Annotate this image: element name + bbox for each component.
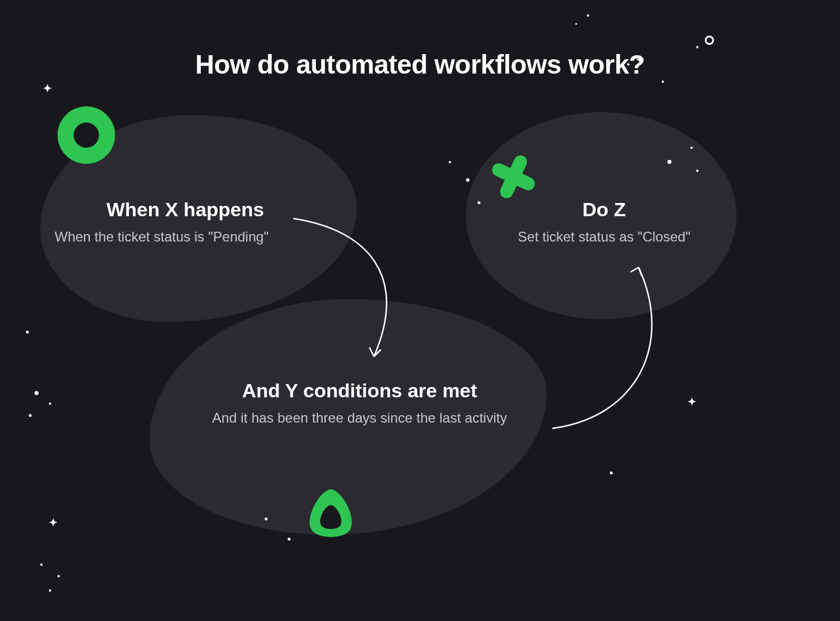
decorative-dot (575, 23, 577, 25)
diagram-title: How do automated workflows work? (0, 49, 840, 80)
decorative-sparkle: ✦ (43, 83, 52, 94)
decorative-sparkle: ✦ (636, 55, 644, 65)
condition-subtitle: And it has been three days since the las… (167, 410, 552, 426)
diagram-canvas: How do automated workflows work? When X … (0, 0, 840, 621)
decorative-dot (627, 63, 629, 66)
action-subtitle: Set ticket status as "Closed" (483, 229, 725, 245)
decorative-dot (466, 178, 469, 182)
decorative-dot (40, 564, 43, 566)
decorative-sparkle: ✦ (688, 397, 696, 407)
decorative-dot (49, 402, 51, 405)
action-step: Do Z Set ticket status as "Closed" (483, 198, 725, 245)
decorative-dot (696, 46, 698, 48)
decorative-dot (690, 147, 693, 149)
decorative-ring-small (705, 36, 714, 45)
decorative-sparkle: ✦ (49, 518, 58, 528)
condition-step: And Y conditions are met And it has been… (167, 379, 552, 426)
decorative-dot (662, 80, 664, 83)
arrow-trigger-to-condition (288, 213, 437, 374)
plus-icon (486, 150, 541, 204)
decorative-dot (26, 331, 29, 334)
decorative-dot (587, 14, 589, 17)
decorative-dot (667, 160, 671, 164)
triangle-icon (299, 483, 362, 546)
condition-title: And Y conditions are met (167, 379, 552, 402)
decorative-dot (610, 471, 613, 474)
arrow-condition-to-action (541, 256, 690, 440)
decorative-dot (288, 538, 291, 540)
decorative-dot (449, 161, 451, 163)
decorative-dot (29, 414, 32, 417)
decorative-dot (49, 589, 51, 592)
decorative-dot (696, 170, 698, 172)
decorative-dot (478, 201, 480, 204)
ring-icon (58, 106, 115, 164)
decorative-dot (58, 575, 60, 577)
decorative-dot (35, 391, 39, 395)
decorative-dot (265, 518, 268, 520)
